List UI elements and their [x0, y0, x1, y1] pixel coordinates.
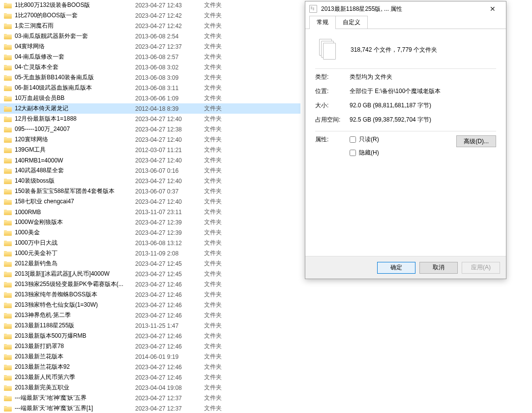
file-name: 04-南瓜版修改一套 [15, 53, 135, 61]
file-row[interactable]: 2013独家纯年兽蜘蛛BOSS版本2023-04-27 12:46文件夹 [0, 289, 300, 300]
folder-icon [4, 157, 12, 163]
checkbox-readonly[interactable]: 只读(R) [350, 135, 456, 144]
file-date: 2013-11-07 23:11 [135, 209, 204, 216]
file-name: 158七职业 chengcai47 [15, 197, 135, 206]
file-name: 1000万中日大战 [15, 239, 135, 247]
file-row[interactable]: 10万血超级会员BB2013-06-06 1:09文件夹 [0, 93, 300, 103]
file-row[interactable]: 120寰球网络2023-04-27 12:40文件夹 [0, 134, 300, 145]
file-name: 05-无血族新BB140装备南瓜版 [15, 73, 135, 82]
file-row[interactable]: 04-亡灵版本全套2013-06-08 3:02文件夹 [0, 62, 300, 72]
folder-icon [4, 147, 12, 153]
file-name: 095-----100万_24007 [15, 125, 135, 133]
file-row[interactable]: 1000W金刚狼版本2023-04-27 12:39文件夹 [0, 217, 300, 227]
file-row[interactable]: 03-南瓜版靓武器新外套一套2013-06-08 2:54文件夹 [0, 31, 300, 41]
file-name: 140装级boss版 [15, 177, 135, 185]
folder-icon [4, 126, 12, 132]
close-button[interactable]: ✕ [482, 2, 503, 16]
folder-icon [4, 374, 12, 381]
file-row[interactable]: ---端最新'天'地'神'魔'妖'五界2023-04-27 12:37文件夹 [0, 393, 300, 403]
apply-button[interactable]: 应用(A) [462, 262, 500, 274]
file-type: 文件夹 [204, 404, 243, 413]
cancel-button[interactable]: 取消 [419, 262, 458, 274]
file-type: 文件夹 [204, 290, 243, 299]
tab-general[interactable]: 常规 [309, 16, 336, 29]
file-row[interactable]: 12大副本倚天屠龙记2012-04-18 8:39文件夹 [0, 103, 300, 114]
checkbox-readonly-input[interactable] [350, 136, 356, 143]
file-row[interactable]: 2012最新钓鱼岛2023-04-27 12:45文件夹 [0, 258, 300, 269]
file-row[interactable]: 2013最新1188星255版2013-11-25 1:47文件夹 [0, 320, 300, 331]
file-row[interactable]: 12月份最新版本1=18882023-04-27 12:40文件夹 [0, 114, 300, 124]
file-row[interactable]: 158七职业 chengcai472023-04-27 12:40文件夹 [0, 196, 300, 207]
file-type: 文件夹 [204, 270, 243, 278]
label-disk-size: 占用空间: [315, 116, 350, 124]
file-row[interactable]: 1000元美金补丁2013-11-09 2:08文件夹 [0, 248, 300, 258]
documents-icon [309, 5, 317, 13]
file-date: 2023-04-27 12:46 [135, 333, 204, 340]
folder-icon [4, 2, 12, 8]
file-row[interactable]: 095-----100万_240072023-04-27 12:38文件夹 [0, 124, 300, 134]
folder-icon [4, 353, 12, 360]
file-type: 文件夹 [204, 1, 243, 9]
file-row[interactable]: 1比2700的BOOS版一套2023-04-27 12:42文件夹 [0, 10, 300, 21]
file-type: 文件夹 [204, 135, 243, 144]
file-type: 文件夹 [204, 73, 243, 82]
value-location: 全部位于 E:\备份\100个魔域老版本 [350, 87, 496, 95]
file-type: 文件夹 [204, 187, 243, 195]
file-row[interactable]: 2013最新打奶罩782023-04-27 12:46文件夹 [0, 341, 300, 351]
file-row[interactable]: 150装备新宝宝588星军团兽4套餐版本2013-06-07 0:37文件夹 [0, 186, 300, 196]
file-row[interactable]: 1000万中日大战2013-06-08 13:12文件夹 [0, 238, 300, 248]
file-type: 文件夹 [204, 259, 243, 268]
file-type: 文件夹 [204, 239, 243, 247]
file-date: 2023-04-27 12:46 [135, 374, 204, 381]
file-row[interactable]: 2013最新完美五职业2023-04-04 19:08文件夹 [0, 382, 300, 393]
folder-icon [4, 384, 12, 391]
folder-icon [4, 302, 12, 308]
file-type: 文件夹 [204, 321, 243, 330]
file-name: 2013最新兰花版本92 [15, 363, 135, 371]
file-name: 04-亡灵版本全套 [15, 63, 135, 71]
file-row[interactable]: ---端最新'天'地'神'魔'妖'五界[1]2023-04-27 12:37文件… [0, 403, 300, 413]
advanced-button[interactable]: 高级(D)... [456, 135, 496, 147]
file-row[interactable]: 06-新140级武器血族南瓜版本2013-06-08 3:11文件夹 [0, 83, 300, 93]
folder-icon [4, 333, 12, 339]
file-row[interactable]: 2013最新兰花版本2014-06-01 9:19文件夹 [0, 351, 300, 362]
file-row[interactable]: 2013最新版本500万爆RMB2023-04-27 12:46文件夹 [0, 331, 300, 341]
dialog-titlebar[interactable]: 2013最新1188星255版, ... 属性 ✕ [305, 1, 506, 16]
file-row[interactable]: 2013独家特色七仙女版(1=30W)2023-04-27 12:46文件夹 [0, 300, 300, 310]
value-size: 92.0 GB (98,811,681,187 字节) [350, 101, 496, 110]
file-name: 140武器488星全套 [15, 166, 135, 175]
file-row[interactable]: 2013最新兰花版本922023-04-27 12:46文件夹 [0, 362, 300, 372]
file-row[interactable]: 1000RMB2013-11-07 23:11文件夹 [0, 207, 300, 217]
folder-icon [4, 209, 12, 215]
file-row[interactable]: 140装级boss版2023-04-27 12:40文件夹 [0, 176, 300, 186]
ok-button[interactable]: 确定 [377, 262, 415, 274]
file-row[interactable]: 2013[最新][冰霜武器][人民币]4000W2023-04-27 12:45… [0, 269, 300, 279]
file-type: 文件夹 [204, 156, 243, 164]
file-row[interactable]: 05-无血族新BB140装备南瓜版2013-06-08 3:09文件夹 [0, 72, 300, 83]
file-row[interactable]: 139GM工具2012-03-07 11:21文件夹 [0, 145, 300, 155]
tab-custom[interactable]: 自定义 [335, 16, 368, 29]
file-row[interactable]: 2013独家255级轻变最新PK争霸赛版本(...2023-04-27 12:4… [0, 279, 300, 289]
file-name: ---端最新'天'地'神'魔'妖'五界 [15, 394, 135, 402]
checkbox-hidden[interactable]: 隐藏(H) [350, 149, 456, 157]
file-date: 2023-04-27 12:37 [135, 43, 204, 50]
file-row[interactable]: 2013神界危机·第二季2023-04-27 12:46文件夹 [0, 310, 300, 320]
checkbox-readonly-label: 只读(R) [359, 135, 379, 144]
file-row[interactable]: 1000美金2023-04-27 12:39文件夹 [0, 227, 300, 238]
file-row[interactable]: 2013最新人民币第六季2023-04-27 12:46文件夹 [0, 372, 300, 382]
folder-icon [4, 95, 12, 101]
file-date: 2023-04-27 12:42 [135, 23, 204, 30]
file-row[interactable]: 1卖三洞魔石雨2023-04-27 12:42文件夹 [0, 21, 300, 31]
file-row[interactable]: 140武器488星全套2013-06-07 0:16文件夹 [0, 165, 300, 176]
file-date: 2023-04-27 12:45 [135, 260, 204, 267]
file-row[interactable]: 04寰球网络2023-04-27 12:37文件夹 [0, 41, 300, 52]
file-date: 2023-04-27 12:37 [135, 405, 204, 412]
file-date: 2012-04-18 8:39 [135, 105, 204, 112]
checkbox-hidden-input[interactable] [350, 150, 356, 156]
file-row[interactable]: 140RMB1=4000W2023-04-27 12:40文件夹 [0, 155, 300, 165]
value-disk-size: 92.5 GB (99,387,592,704 字节) [350, 116, 496, 124]
file-row[interactable]: 1比800万132级装备BOOS版2023-04-27 12:43文件夹 [0, 0, 300, 10]
file-type: 文件夹 [204, 332, 243, 340]
file-row[interactable]: 04-南瓜版修改一套2013-06-08 2:57文件夹 [0, 52, 300, 62]
file-list[interactable]: 1比800万132级装备BOOS版2023-04-27 12:43文件夹1比27… [0, 0, 300, 413]
